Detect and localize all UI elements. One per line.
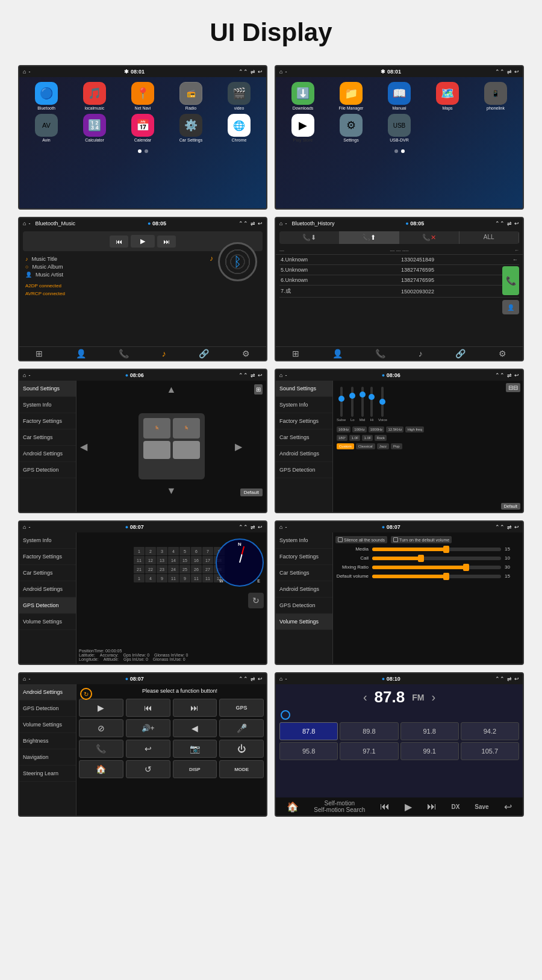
preset-971[interactable]: 97.1 <box>340 742 398 760</box>
func-sidebar-steering[interactable]: Steering Learn <box>19 766 76 782</box>
func-btn-prev[interactable]: ⏮ <box>126 699 170 717</box>
history-item-5[interactable]: 5.Unknown 13827476595 ← <box>279 265 519 275</box>
nav-music[interactable]: ♪ <box>162 349 166 358</box>
gps-sidebar-gps[interactable]: GPS Detection <box>19 598 76 614</box>
gps-key-16[interactable]: 16 <box>191 556 202 564</box>
vol-sidebar-android[interactable]: Android Settings <box>276 581 332 598</box>
preset-958[interactable]: 95.8 <box>279 742 338 760</box>
call-contact-button[interactable]: 👤 <box>502 300 519 314</box>
gps-key-35[interactable]: 9 <box>179 574 190 582</box>
app-calendar[interactable]: 📅 Calendar <box>120 114 165 142</box>
gps-refresh-button[interactable]: ↻ <box>248 593 264 608</box>
func-btn-mic[interactable]: 🎤 <box>219 719 264 737</box>
eq-val-1f2[interactable]: 1.0F <box>362 435 373 441</box>
func-btn-play[interactable]: ▶ <box>79 699 123 717</box>
history-item-7[interactable]: 7.成 15002093022 ← <box>279 286 519 298</box>
radio-dx-btn[interactable]: DX <box>452 804 460 810</box>
eq-val-rock[interactable]: Rock <box>375 435 387 441</box>
func-sidebar-android[interactable]: Android Settings <box>19 684 76 701</box>
vol-sidebar-gps[interactable]: GPS Detection <box>276 598 332 614</box>
default-vol-slider[interactable] <box>372 575 501 578</box>
preset-898[interactable]: 89.8 <box>340 722 398 740</box>
nav-grid[interactable]: ⊞ <box>36 349 43 358</box>
gps-key-21[interactable]: 21 <box>134 565 145 573</box>
gps-key-15[interactable]: 15 <box>179 556 190 564</box>
func-btn-power[interactable]: ⏻ <box>219 740 264 758</box>
sidebar-sound-settings[interactable]: Sound Settings <box>19 381 76 397</box>
gps-key-3[interactable]: 3 <box>157 547 167 555</box>
eq-freq-high[interactable]: High freq <box>405 426 423 432</box>
tab-all[interactable]: ALL <box>459 231 520 244</box>
eq-bar-voice[interactable]: Voice <box>378 387 387 422</box>
func-btn-volup[interactable]: 🔊+ <box>126 719 170 737</box>
app-manual[interactable]: 📖 Manual <box>377 82 422 110</box>
func-btn-back[interactable]: ↺ <box>126 760 170 778</box>
func-btn-voldown[interactable]: ◀ <box>173 719 217 737</box>
radio-next-btn[interactable]: › <box>431 690 435 704</box>
eq-preset-jazz[interactable]: Jazz <box>377 443 389 449</box>
preset-1057[interactable]: 105.7 <box>461 742 519 760</box>
call-answer-button[interactable]: 📞 <box>502 266 519 295</box>
app-radio[interactable]: 📻 Radio <box>169 82 213 110</box>
media-slider[interactable] <box>372 548 501 551</box>
func-sidebar-navigation[interactable]: Navigation <box>19 749 76 766</box>
nav-phone[interactable]: 📞 <box>119 349 129 358</box>
radio-ff-btn[interactable]: ⏭ <box>427 801 437 812</box>
tab-incoming[interactable]: 📞✕ <box>399 231 459 244</box>
call-slider[interactable] <box>372 557 501 560</box>
preset-991[interactable]: 99.1 <box>400 742 459 760</box>
gps-key-32[interactable]: 4 <box>145 574 156 582</box>
eq-default-button[interactable]: Default <box>501 503 520 510</box>
seat-right-arrow[interactable]: ▶ <box>235 441 242 452</box>
app-playstore[interactable]: ▶ Play Store <box>281 114 325 142</box>
eq-val-180[interactable]: 180° <box>337 435 347 441</box>
eq-sidebar-sysinfo[interactable]: System Info <box>276 397 332 413</box>
sidebar-android-settings[interactable]: Android Settings <box>19 446 76 462</box>
preset-942[interactable]: 94.2 <box>461 722 519 740</box>
gps-key-7[interactable]: 7 <box>202 547 213 555</box>
func-sidebar-gps[interactable]: GPS Detection <box>19 701 76 717</box>
eq-preset-pop[interactable]: Pop <box>391 443 402 449</box>
eq-sidebar-sound[interactable]: Sound Settings <box>276 381 332 397</box>
gps-key-34[interactable]: 11 <box>168 574 179 582</box>
vol-sidebar-sysinfo[interactable]: System Info <box>276 532 332 549</box>
nav-person[interactable]: 👤 <box>76 349 86 358</box>
gps-key-4[interactable]: 4 <box>168 547 179 555</box>
eq-bar-lo[interactable]: Lo <box>350 387 355 422</box>
app-avin[interactable]: AV Avin <box>24 114 69 142</box>
gps-key-13[interactable]: 13 <box>157 556 167 564</box>
eq-preset-custom[interactable]: Custom <box>337 443 354 449</box>
func-btn-disp[interactable]: DISP <box>173 760 217 778</box>
nav-gear2[interactable]: ⚙ <box>499 349 506 358</box>
func-sidebar-brightness[interactable]: Brightness <box>19 733 76 749</box>
bt-play-btn[interactable]: ▶ <box>131 235 155 248</box>
gps-key-24[interactable]: 24 <box>168 565 179 573</box>
nav-phone2[interactable]: 📞 <box>375 349 385 358</box>
func-sidebar-volume[interactable]: Volume Settings <box>19 717 76 733</box>
gps-key-14[interactable]: 14 <box>168 556 179 564</box>
radio-home-btn[interactable]: 🏠 <box>287 801 299 813</box>
app-bluetooth[interactable]: 🔵 Bluetooth <box>24 82 69 110</box>
gps-key-27[interactable]: 27 <box>202 565 213 573</box>
eq-freq-1000[interactable]: 1000Hz <box>369 426 385 432</box>
app-maps[interactable]: 🗺️ Maps <box>425 82 470 110</box>
gps-sidebar-volume[interactable]: Volume Settings <box>19 614 76 630</box>
app-downloads[interactable]: ⬇️ Downloads <box>281 82 325 110</box>
nav-grid2[interactable]: ⊞ <box>292 349 299 358</box>
eq-freq-12k[interactable]: 12.5KHz <box>386 426 403 432</box>
app-filemanager[interactable]: 📁 File Manager <box>329 82 373 110</box>
gps-key-31[interactable]: 1 <box>134 574 145 582</box>
func-btn-next[interactable]: ⏭ <box>173 699 217 717</box>
app-settings[interactable]: ⚙ Settings <box>329 114 373 142</box>
nav-person2[interactable]: 👤 <box>332 349 343 358</box>
default-volume-checkbox[interactable]: Turn on the default volume <box>391 536 452 543</box>
sidebar-car-settings[interactable]: Car Settings <box>19 429 76 446</box>
gps-key-1[interactable]: 1 <box>134 547 145 555</box>
sidebar-system-info[interactable]: System Info <box>19 397 76 413</box>
vol-sidebar-volume[interactable]: Volume Settings <box>276 614 332 630</box>
radio-save-btn[interactable]: Save <box>475 804 488 810</box>
eq-sidebar-gps[interactable]: GPS Detection <box>276 462 332 478</box>
gps-key-23[interactable]: 23 <box>157 565 167 573</box>
seat-grid-icon[interactable]: ⊞ <box>254 384 263 395</box>
eq-sidebar-car[interactable]: Car Settings <box>276 429 332 446</box>
